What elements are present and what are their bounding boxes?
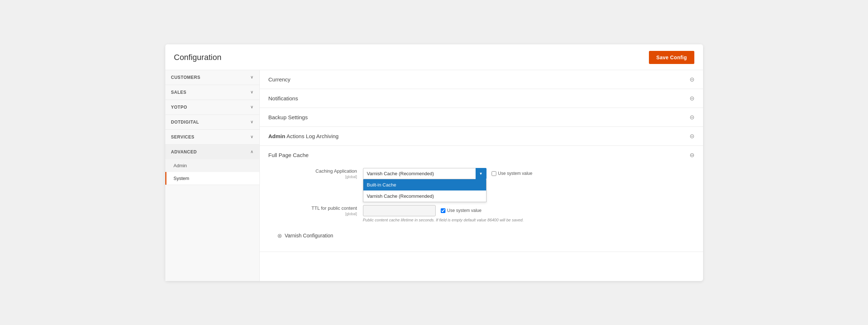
varnish-config-label: Varnish Configuration [285, 233, 334, 238]
sidebar-item-system[interactable]: System [165, 172, 259, 185]
sidebar-item-advanced[interactable]: ADVANCED ∧ [165, 145, 259, 159]
config-container: Configuration Save Config CUSTOMERS ∨ SA… [165, 44, 703, 281]
ttl-scope: [global] [269, 212, 357, 217]
customers-chevron-down-icon: ∨ [250, 75, 254, 80]
sidebar-section-sales: SALES ∨ [165, 85, 259, 100]
fpc-header[interactable]: Full Page Cache ⊖ [260, 146, 703, 164]
currency-title: Currency [269, 76, 291, 83]
ttl-row: TTL for public content [global] Use syst… [269, 201, 694, 222]
ttl-label: TTL for public content [global] [269, 205, 363, 217]
caching-application-dropdown: Built-in Cache Varnish Cache (Recommende… [363, 179, 487, 202]
advanced-chevron-up-icon: ∧ [250, 149, 254, 154]
sidebar-item-customers[interactable]: CUSTOMERS ∨ [165, 70, 259, 85]
fpc-toggle-icon: ⊖ [690, 152, 694, 159]
main-content: Currency ⊝ Notifications ⊝ Backup Settin… [260, 70, 703, 281]
sidebar-item-admin[interactable]: Admin [165, 159, 259, 172]
advanced-sub-items: Admin System [165, 159, 259, 185]
sidebar-section-dotdigital: DOTDIGITAL ∨ [165, 115, 259, 130]
save-config-button[interactable]: Save Config [649, 51, 694, 64]
caching-application-row: Caching Application [global] Varnish Cac… [269, 164, 694, 180]
caching-application-select-wrapper: Varnish Cache (Recommended) ▼ Built-in C… [363, 168, 487, 179]
caching-application-select[interactable]: Varnish Cache (Recommended) [363, 168, 487, 179]
page-wrapper: Configuration Save Config CUSTOMERS ∨ SA… [0, 0, 868, 325]
customers-label: CUSTOMERS [171, 75, 201, 80]
config-body: CUSTOMERS ∨ SALES ∨ YOTPO ∨ [165, 70, 703, 281]
sidebar-section-yotpo: YOTPO ∨ [165, 100, 259, 115]
ttl-use-system-value: Use system value [441, 208, 482, 213]
backup-settings-title: Backup Settings [269, 114, 308, 120]
ttl-use-system-checkbox[interactable] [441, 208, 445, 213]
backup-settings-section[interactable]: Backup Settings ⊝ [260, 108, 703, 127]
fpc-body: Caching Application [global] Varnish Cac… [260, 164, 703, 252]
sidebar-section-services: SERVICES ∨ [165, 130, 259, 145]
sidebar-item-sales[interactable]: SALES ∨ [165, 85, 259, 100]
notifications-toggle-icon: ⊝ [690, 95, 694, 102]
dotdigital-chevron-down-icon: ∨ [250, 120, 254, 124]
caching-application-label: Caching Application [global] [269, 168, 363, 180]
sidebar-item-services[interactable]: SERVICES ∨ [165, 130, 259, 144]
sidebar-item-yotpo[interactable]: YOTPO ∨ [165, 100, 259, 115]
option-built-in[interactable]: Built-in Cache [363, 179, 486, 190]
page-title: Configuration [174, 53, 222, 62]
config-header: Configuration Save Config [165, 44, 703, 70]
fpc-title: Full Page Cache [269, 152, 309, 158]
caching-application-use-system-value: Use system value [492, 171, 533, 176]
notifications-section[interactable]: Notifications ⊝ [260, 89, 703, 108]
varnish-config-section[interactable]: ⊗ Varnish Configuration [269, 227, 694, 244]
sidebar: CUSTOMERS ∨ SALES ∨ YOTPO ∨ [165, 70, 260, 281]
varnish-toggle-icon: ⊗ [277, 232, 282, 239]
currency-toggle-icon: ⊝ [690, 76, 694, 83]
sidebar-item-dotdigital[interactable]: DOTDIGITAL ∨ [165, 115, 259, 129]
option-varnish[interactable]: Varnish Cache (Recommended) [363, 190, 486, 202]
yotpo-label: YOTPO [171, 105, 187, 110]
sidebar-section-customers: CUSTOMERS ∨ [165, 70, 259, 85]
admin-actions-log-title: Admin Actions Log Archiving [269, 133, 339, 139]
full-page-cache-section: Full Page Cache ⊖ Caching Application [g… [260, 146, 703, 252]
sidebar-section-advanced: ADVANCED ∧ Admin System [165, 145, 259, 185]
ttl-inline: Use system value [363, 205, 694, 216]
caching-application-control: Varnish Cache (Recommended) ▼ Built-in C… [363, 168, 694, 179]
ttl-input[interactable] [363, 205, 436, 216]
ttl-hint: Public content cache lifetime in seconds… [363, 218, 694, 222]
caching-application-use-system-checkbox[interactable] [492, 171, 496, 176]
advanced-label: ADVANCED [171, 149, 197, 155]
currency-section[interactable]: Currency ⊝ [260, 70, 703, 89]
caching-application-scope: [global] [269, 174, 357, 180]
admin-actions-log-section[interactable]: Admin Actions Log Archiving ⊝ [260, 127, 703, 146]
sales-label: SALES [171, 90, 187, 95]
dotdigital-label: DOTDIGITAL [171, 120, 199, 125]
services-label: SERVICES [171, 135, 194, 140]
sales-chevron-down-icon: ∨ [250, 90, 254, 95]
yotpo-chevron-down-icon: ∨ [250, 105, 254, 109]
backup-toggle-icon: ⊝ [690, 114, 694, 121]
caching-application-inline: Varnish Cache (Recommended) ▼ Built-in C… [363, 168, 694, 179]
notifications-title: Notifications [269, 95, 298, 101]
services-chevron-down-icon: ∨ [250, 135, 254, 139]
admin-actions-log-toggle-icon: ⊝ [690, 133, 694, 140]
ttl-control: Use system value Public content cache li… [363, 205, 694, 222]
